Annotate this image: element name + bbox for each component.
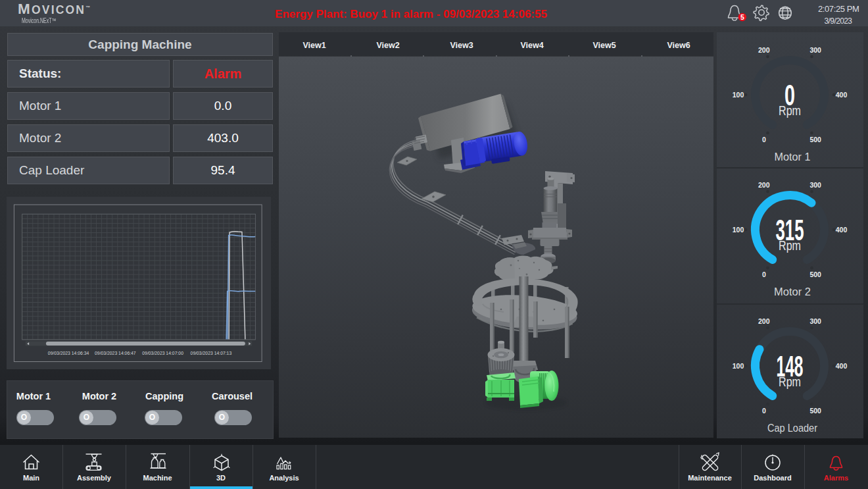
- svg-text:09/03/2023 14:06:47: 09/03/2023 14:06:47: [95, 351, 136, 355]
- svg-text:200: 200: [758, 181, 770, 189]
- svg-text:Rpm: Rpm: [779, 103, 801, 118]
- svg-text:500: 500: [809, 270, 821, 278]
- svg-text:09/03/2023 14:07:13: 09/03/2023 14:07:13: [191, 351, 232, 355]
- svg-text:5: 5: [740, 13, 744, 21]
- svg-text:100: 100: [733, 362, 744, 370]
- svg-text:Motor 1: Motor 1: [775, 151, 811, 163]
- svg-text:400: 400: [836, 91, 848, 99]
- svg-text:Motor 2: Motor 2: [774, 286, 811, 298]
- svg-text:09/03/2023 14:06:34: 09/03/2023 14:06:34: [48, 351, 89, 355]
- svg-text:300: 300: [809, 317, 821, 325]
- svg-text:Rpm: Rpm: [779, 238, 801, 253]
- svg-text:0: 0: [762, 136, 766, 143]
- svg-text:0: 0: [762, 270, 766, 278]
- svg-text:200: 200: [758, 46, 770, 54]
- svg-text:300: 300: [809, 181, 821, 189]
- svg-text:500: 500: [809, 407, 821, 415]
- svg-text:0: 0: [762, 407, 766, 415]
- svg-text:400: 400: [836, 362, 848, 370]
- svg-text:09/03/2023 14:07:00: 09/03/2023 14:07:00: [142, 351, 183, 355]
- svg-text:500: 500: [809, 136, 821, 143]
- svg-text:100: 100: [733, 91, 744, 99]
- svg-text:300: 300: [809, 46, 821, 54]
- svg-text:200: 200: [758, 317, 770, 325]
- svg-text:Rpm: Rpm: [779, 374, 801, 389]
- svg-text:400: 400: [836, 226, 848, 234]
- svg-text:Cap Loader: Cap Loader: [767, 422, 817, 434]
- svg-text:100: 100: [733, 226, 744, 234]
